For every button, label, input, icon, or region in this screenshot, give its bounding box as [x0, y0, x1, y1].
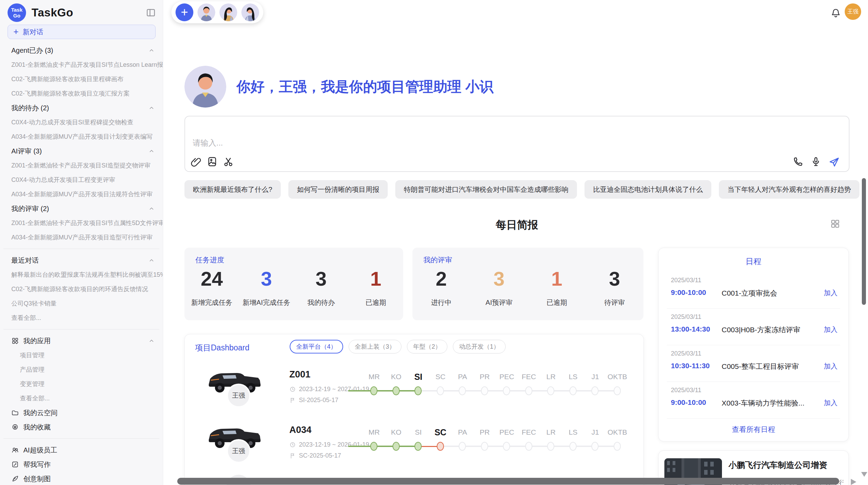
sidebar-item-cloud-space[interactable]: 我的云空间: [0, 406, 163, 420]
section-ai-review[interactable]: AI评审 (3): [0, 144, 163, 158]
task-progress-card: 任务进度 24 新增完成任务 3 新增AI完成任务 3 我的待办 1 已逾期: [184, 248, 403, 320]
filter-tab[interactable]: 年型（2）: [407, 340, 447, 353]
vertical-scrollbar[interactable]: [862, 178, 866, 305]
clock-icon: [289, 442, 296, 448]
new-chat-button[interactable]: + 新对话: [8, 25, 156, 39]
calendar-event[interactable]: 2025/03/11 9:00-10:00 X003-车辆动力学性能验... 加…: [667, 382, 840, 419]
view-all-schedule-link[interactable]: 查看所有日程: [659, 425, 848, 434]
list-item[interactable]: 公司Q3轻卡销量: [0, 296, 163, 311]
scroll-right-arrow[interactable]: [851, 479, 856, 485]
card-title: 任务进度: [195, 255, 224, 265]
horizontal-scrollbar[interactable]: [177, 478, 839, 485]
news-title: 小鹏飞行汽车制造公司增资: [728, 460, 827, 471]
user-avatar[interactable]: 王强: [845, 3, 861, 20]
list-item[interactable]: A034-全新新能源MUV产品开发项目法规符合性评审: [0, 187, 163, 201]
attachment-icon[interactable]: [191, 156, 202, 167]
milestone-dot: [414, 442, 422, 451]
section-my-review[interactable]: 我的评审 (2): [0, 201, 163, 216]
phone-call-icon[interactable]: [793, 156, 804, 167]
milestone-label: J1: [584, 373, 606, 381]
list-item[interactable]: A034-全新新能源MUV产品开发项目造型可行性评审: [0, 230, 163, 245]
composer: [184, 116, 849, 172]
sidebar-item-product-mgmt[interactable]: 产品管理: [0, 362, 163, 377]
sidebar-item-change-mgmt[interactable]: 变更管理: [0, 377, 163, 391]
list-item[interactable]: C0X4-动力总成开发项目工程变更评审: [0, 173, 163, 187]
sidebar-item-label: 我的收藏: [23, 423, 51, 432]
sidebar-item-favorites[interactable]: 我的收藏: [0, 420, 163, 434]
suggestion-chip[interactable]: 当下年轻人对汽车外观有怎样的喜好趋势: [719, 180, 859, 199]
agent-avatar[interactable]: [241, 3, 259, 21]
scissors-icon[interactable]: [223, 156, 234, 167]
app-logo: Task Go: [8, 3, 26, 22]
suggestion-chip[interactable]: 欧洲新规最近颁布了什么?: [184, 180, 281, 199]
milestone-dot: [481, 386, 488, 395]
milestone-label: PEC: [496, 428, 518, 436]
list-item[interactable]: C02-飞腾新能源轻客改款项目的闭环通告反馈情况: [0, 282, 163, 296]
microphone-icon[interactable]: [810, 156, 821, 167]
filter-tab[interactable]: 动总开发（1）: [453, 340, 506, 353]
project-row[interactable]: 王强 Z001 2023-12-19 ~ 2027-01-19 SI-2025-…: [185, 361, 643, 418]
sidebar-item-ai-super-staff[interactable]: AI超级员工: [0, 443, 163, 457]
sidebar-nav: Agent已办 (3) Z001-全新燃油皮卡产品开发项目SI节点Lesson …: [0, 43, 163, 485]
list-item[interactable]: C0X4-动力总成开发项目SI里程碑提交物检查: [0, 115, 163, 129]
taskgo-app: Task Go TaskGo + 新对话 Agent已办 (3) Z001-全新…: [0, 0, 868, 485]
plus-icon: +: [13, 27, 19, 36]
list-item[interactable]: 解释最新出台的欧盟报废车法规再生塑料比例被调至15%...: [0, 268, 163, 282]
milestone-label: SC: [430, 427, 452, 437]
sidebar-item-my-apps[interactable]: 我的应用: [0, 334, 163, 348]
chevron-up-icon: [148, 206, 155, 212]
quill-icon: [11, 475, 19, 483]
section-agent-done[interactable]: Agent已办 (3): [0, 43, 163, 58]
milestone-label: LS: [562, 373, 584, 381]
join-button[interactable]: 加入: [824, 288, 837, 298]
calendar-title: 日程: [659, 256, 848, 267]
milestone-dot: [503, 442, 510, 451]
project-dates: 2023-12-19 ~ 2026-01-19: [299, 441, 369, 448]
filter-tab[interactable]: 全新平台（4）: [290, 340, 343, 353]
layout-grid-icon[interactable]: [830, 219, 840, 229]
milestone-dot: [569, 442, 577, 451]
calendar-event[interactable]: 2025/03/11 13:00-14:30 C003|H0B-方案冻结评审 加…: [667, 309, 840, 345]
suggestion-chip[interactable]: 比亚迪全固态电池计划具体说了什么: [584, 180, 711, 199]
notification-bell-icon[interactable]: [830, 8, 841, 18]
section-recent-chats[interactable]: 最近对话: [0, 253, 163, 268]
suggestion-chip[interactable]: 如何写一份清晰的项目周报: [288, 180, 388, 199]
milestone-label: MR: [363, 373, 385, 381]
list-item[interactable]: Z001-全新燃油轻卡产品开发项目SI节点属性5D文件评审: [0, 216, 163, 230]
suggestion-chip[interactable]: 特朗普可能对进口汽车增税会对中国车企造成哪些影响: [395, 180, 577, 199]
list-item[interactable]: C02-飞腾新能源轻客改款项目立项汇报方案: [0, 86, 163, 101]
project-row[interactable]: 王强 A034 2023-12-19 ~ 2026-01-19 SC-2025-…: [185, 416, 643, 473]
agent-avatar[interactable]: [197, 3, 215, 21]
section-my-todo[interactable]: 我的待办 (2): [0, 101, 163, 115]
view-all-chats[interactable]: 查看全部...: [0, 311, 163, 325]
milestone-dot: [614, 442, 621, 451]
calendar-event[interactable]: 2025/03/11 9:00-10:00 C001-立项审批会 加入: [667, 272, 840, 309]
milestone-dot: [437, 386, 444, 395]
sidebar-item-help-me-write[interactable]: 帮我写作: [0, 457, 163, 472]
agent-avatar[interactable]: [219, 3, 237, 21]
list-item[interactable]: Z001-全新燃油皮卡产品开发项目SI节点Lesson Learn报告: [0, 58, 163, 72]
sidebar-item-label: 我的应用: [23, 336, 51, 346]
milestone-dot: [591, 386, 599, 395]
owner-avatar: 王强: [227, 384, 251, 408]
apps-grid-icon: [11, 337, 19, 345]
join-button[interactable]: 加入: [824, 362, 837, 371]
list-item[interactable]: Z001-全新燃油轻卡产品开发项目SI造型提交物评审: [0, 158, 163, 173]
send-icon[interactable]: [828, 156, 839, 167]
message-input[interactable]: [185, 116, 849, 171]
sidebar-item-creative-drawing[interactable]: 创意制图: [0, 472, 163, 485]
join-button[interactable]: 加入: [824, 325, 837, 334]
scroll-down-arrow[interactable]: [861, 472, 867, 477]
owner-avatar: 王强: [227, 439, 251, 463]
list-item[interactable]: C02-飞腾新能源轻客改款项目里程碑画布: [0, 72, 163, 86]
image-upload-icon[interactable]: [207, 156, 218, 167]
people-icon: [11, 446, 19, 454]
filter-tab[interactable]: 全新上装（3）: [349, 340, 401, 353]
sidebar-item-project-mgmt[interactable]: 项目管理: [0, 348, 163, 362]
view-all-apps[interactable]: 查看全部...: [0, 391, 163, 406]
sidebar-collapse-icon[interactable]: [146, 8, 156, 18]
add-session-button[interactable]: +: [176, 3, 193, 21]
calendar-event[interactable]: 2025/03/11 10:30-11:30 C005-整车工程目标评审 加入: [667, 345, 840, 382]
list-item[interactable]: A034-全新新能源MUV产品开发项目计划变更表编写: [0, 129, 163, 144]
join-button[interactable]: 加入: [824, 398, 837, 408]
